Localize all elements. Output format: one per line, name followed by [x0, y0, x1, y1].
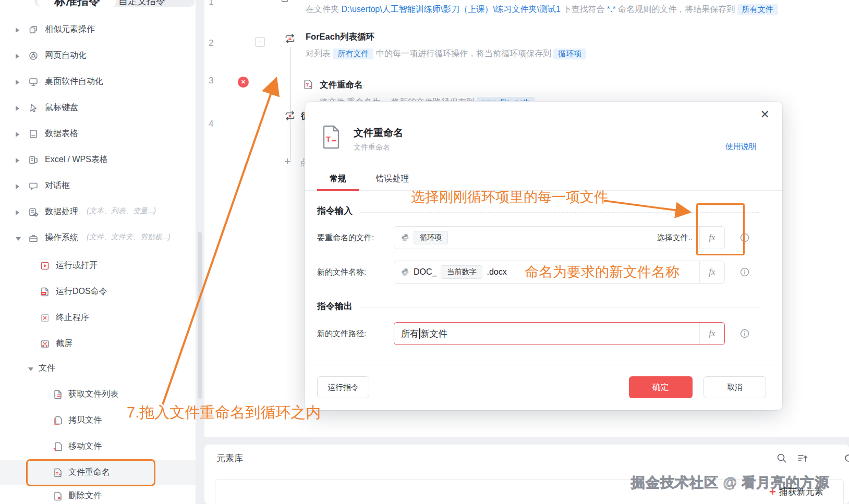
flow-step3-title[interactable]: 文件重命名: [320, 79, 363, 91]
capture-new-element[interactable]: +捕获新元素: [769, 485, 823, 499]
flow-line-number: 2: [209, 38, 213, 48]
footer-divider: [305, 365, 782, 365]
sidebar-item-data-processing[interactable]: 数据处理(文本、列表、变量...): [0, 200, 196, 225]
sidebar-item-mouse-keyboard[interactable]: 鼠标键盘: [0, 95, 196, 120]
filename-prefix: DOC_: [414, 267, 436, 277]
fx-button[interactable]: fx: [699, 323, 724, 345]
screenshot-icon: [40, 339, 50, 349]
web-automation-icon: [28, 51, 39, 61]
table-doc-icon: [28, 129, 39, 139]
chevron-down-icon: [28, 367, 33, 371]
python-icon: [401, 268, 409, 276]
flow-line-number: 1: [209, 0, 213, 7]
flow-line-number: 3: [209, 76, 213, 86]
run-open-icon: [40, 261, 50, 271]
desktop-icon: [28, 77, 39, 87]
svg-text:T: T: [326, 134, 331, 143]
file-list-icon: [280, 0, 289, 3]
tab-error-handling[interactable]: 错误处理: [368, 171, 417, 191]
rename-file-icon: T: [302, 78, 314, 91]
filename-suffix: .docx: [487, 267, 506, 277]
similar-elements-icon: [28, 24, 39, 35]
tab-standard-label[interactable]: 标准指令: [54, 0, 100, 7]
dialog-title: 文件重命名: [354, 126, 403, 140]
instruction-tabs: 标准指令 自定义指令: [34, 0, 195, 7]
sidebar-item-screenshot[interactable]: 截屏: [0, 331, 196, 357]
help-link[interactable]: 使用说明: [725, 142, 757, 152]
sidebar-item-rename-file[interactable]: T 文件重命名: [0, 460, 196, 485]
file-rename-dialog: ✕ T 文件重命名 文件重命名 使用说明 常规 错误处理 指令输入 要重命名的文…: [305, 102, 782, 410]
speech-bubble-icon: [28, 181, 39, 191]
variable-token[interactable]: 循环项: [414, 231, 448, 244]
sidebar-item-run-or-open[interactable]: 运行或打开: [0, 253, 196, 278]
sidebar-item-terminate-program[interactable]: 终止程序: [0, 305, 196, 330]
tab-custom-instructions[interactable]: 自定义指令: [118, 0, 165, 7]
new-path-input[interactable]: 所有新文件 fx: [394, 322, 725, 345]
info-icon[interactable]: [739, 267, 750, 277]
flow-step2-title[interactable]: ForEach列表循环: [306, 31, 374, 43]
cancel-button[interactable]: 取消: [704, 376, 766, 398]
delete-file-icon: [53, 491, 63, 501]
ok-button[interactable]: 确定: [629, 376, 693, 398]
select-file-button[interactable]: 选择文件..: [650, 227, 699, 249]
flow-line-number: 4: [209, 119, 213, 129]
sidebar-item-web-automation[interactable]: 网页自动化: [0, 43, 196, 68]
command-sidebar: 相似元素操作 网页自动化 桌面软件自动化 鼠标键盘 数据表格 Excel / W…: [0, 0, 196, 504]
rename-file-dialog-icon: T: [321, 125, 342, 152]
chevron-down-icon: [16, 237, 21, 241]
sidebar-scrollbar[interactable]: [198, 232, 202, 399]
run-instruction-button[interactable]: 运行指令: [317, 376, 369, 398]
chevron-right-icon: [16, 184, 19, 189]
sidebar-item-run-dos[interactable]: 运行DOS命令: [0, 279, 196, 304]
sidebar-item-data-table[interactable]: 数据表格: [0, 121, 196, 146]
svg-text:T: T: [306, 82, 309, 88]
fx-button[interactable]: fx: [699, 227, 724, 249]
sidebar-item-desktop-automation[interactable]: 桌面软件自动化: [0, 69, 196, 94]
folder-path: D:\usertop\人工智能训练师\影刀（上课）\练习文件夹\测试1: [341, 5, 561, 14]
sidebar-item-dialog-box[interactable]: 对话框: [0, 174, 196, 199]
chevron-right-icon: [16, 54, 19, 59]
sidebar-item-move-file[interactable]: 移动文件: [0, 434, 196, 459]
dos-command-icon: [40, 287, 50, 297]
spreadsheet-icon: [28, 155, 39, 165]
name-pattern: *.*: [607, 5, 616, 14]
variable-token[interactable]: 当前数字: [441, 265, 482, 279]
file-list-icon: [53, 389, 63, 400]
sidebar-item-file-group[interactable]: 文件: [0, 356, 196, 381]
sidebar-item-operating-system[interactable]: 操作系统(文件、文件夹、剪贴板...): [0, 226, 196, 251]
variable-chip: 循环项: [553, 48, 586, 59]
section-input-label: 指令输入: [317, 205, 353, 217]
close-icon[interactable]: ✕: [760, 109, 770, 120]
fx-button[interactable]: fx: [699, 261, 724, 283]
search-icon[interactable]: [776, 452, 787, 464]
chevron-right-icon: [16, 106, 19, 111]
annotation-select-note: 选择刚刚循环项里的每一项文件: [411, 188, 608, 206]
variable-chip: 所有文件: [737, 4, 778, 15]
sidebar-item-excel-wps[interactable]: Excel / WPS表格: [0, 147, 196, 173]
terminate-icon: [40, 313, 50, 323]
copy-file-icon: [53, 415, 63, 426]
error-badge-icon[interactable]: ✕: [238, 77, 249, 88]
sidebar-item-delete-file[interactable]: 删除文件: [0, 484, 196, 504]
data-process-icon: [28, 207, 39, 217]
flow-step1-description[interactable]: 在文件夹 D:\usertop\人工智能训练师\影刀（上课）\练习文件夹\测试1…: [306, 4, 778, 15]
new-name-label: 新的文件名称:: [317, 267, 366, 277]
chevron-right-icon: [16, 158, 19, 163]
variable-chip: 所有文件: [333, 48, 373, 59]
section-divider: [360, 212, 759, 213]
plus-icon: +: [769, 485, 776, 498]
sort-icon[interactable]: [797, 452, 808, 464]
info-icon[interactable]: [739, 232, 750, 243]
briefcase-icon: [28, 233, 39, 243]
collapse-toggle[interactable]: −: [255, 37, 265, 47]
tab-general[interactable]: 常规: [317, 171, 359, 191]
sidebar-item-similar-elements[interactable]: 相似元素操作: [0, 17, 196, 42]
chevron-right-icon: [16, 132, 19, 137]
dialog-subtitle: 文件重命名: [354, 143, 390, 152]
refresh-icon[interactable]: [843, 452, 849, 464]
info-icon[interactable]: [739, 328, 750, 339]
annotation-drag-note: 7.拖入文件重命名到循环之内: [127, 402, 321, 423]
plus-icon[interactable]: +: [284, 155, 291, 168]
rename-target-input[interactable]: 循环项 选择文件.. fx: [394, 226, 725, 249]
section-output-label: 指令输出: [317, 300, 353, 312]
